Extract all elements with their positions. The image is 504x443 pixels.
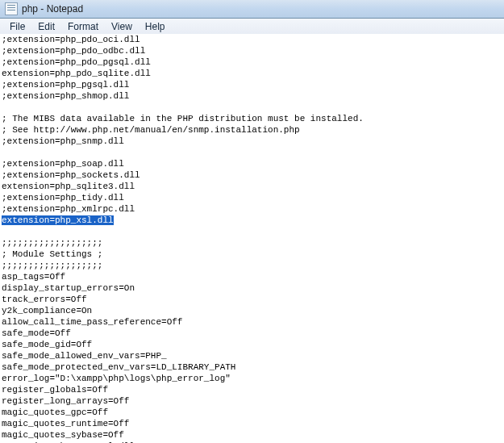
editor-line[interactable]: ;extension=php_pdo_odbc.dll — [2, 45, 502, 56]
editor-line[interactable]: ;extension=php_xmlrpc.dll — [2, 203, 502, 215]
editor-line[interactable]: magic_quotes_sybase=Off — [2, 429, 502, 441]
editor-line[interactable]: extension=php_sqlite3.dll — [2, 181, 502, 192]
editor-line[interactable]: safe_mode_protected_env_vars=LD_LIBRARY_… — [2, 362, 502, 373]
editor-line[interactable]: ;extension=php_snmp.dll — [2, 136, 502, 147]
editor-line[interactable]: allow_call_time_pass_reference=Off — [2, 316, 502, 328]
window-title: php - Notepad — [22, 3, 83, 15]
editor-line[interactable]: error_log="D:\xampp\php\logs\php_error_l… — [2, 373, 502, 384]
editor-line[interactable]: ; See http://www.php.net/manual/en/snmp.… — [2, 124, 502, 136]
menu-view[interactable]: View — [105, 20, 139, 33]
editor-line[interactable]: ;extension=php_soap.dll — [2, 158, 502, 169]
editor-line[interactable]: ;;;;;;;;;;;;;;;;;;; — [2, 237, 502, 249]
editor-line[interactable]: register_globals=Off — [2, 384, 502, 395]
menu-help[interactable]: Help — [139, 20, 172, 33]
editor-line[interactable]: safe_mode=Off — [2, 328, 502, 339]
menu-format[interactable]: Format — [61, 20, 105, 33]
editor-line[interactable]: ;extension=php_sockets.dll — [2, 169, 502, 181]
editor-line[interactable]: register_long_arrays=Off — [2, 395, 502, 407]
editor-line[interactable]: display_startup_errors=On — [2, 282, 502, 294]
editor-line-selected[interactable]: extension=php_xsl.dll — [2, 215, 502, 226]
editor-line[interactable]: extension=php_pdo_sqlite.dll — [2, 68, 502, 79]
editor-line[interactable] — [2, 226, 502, 237]
editor-line[interactable]: ;extension=php_pdo_oci.dll — [2, 34, 502, 45]
text-editor-area[interactable]: ;extension=php_pdo_oci.dll;extension=php… — [0, 34, 504, 443]
menubar: File Edit Format View Help — [0, 19, 504, 35]
window-titlebar[interactable]: php - Notepad — [0, 0, 504, 19]
editor-line[interactable]: asp_tags=Off — [2, 271, 502, 282]
editor-line[interactable]: ; Module Settings ; — [2, 249, 502, 260]
menu-edit[interactable]: Edit — [31, 20, 61, 33]
editor-line[interactable]: ;extension=php_pgsql.dll — [2, 79, 502, 90]
editor-line[interactable]: ;;;;;;;;;;;;;;;;;;; — [2, 260, 502, 271]
editor-line[interactable]: magic_quotes_runtime=Off — [2, 418, 502, 429]
editor-line[interactable]: ;extension=php_pdo_pgsql.dll — [2, 56, 502, 68]
editor-line[interactable]: magic_quotes_gpc=Off — [2, 407, 502, 418]
editor-line[interactable]: ;extension=php_tidy.dll — [2, 192, 502, 203]
editor-line[interactable]: ; The MIBS data available in the PHP dis… — [2, 113, 502, 124]
editor-line[interactable]: safe_mode_allowed_env_vars=PHP_ — [2, 350, 502, 362]
editor-line[interactable] — [2, 102, 502, 113]
editor-line[interactable] — [2, 147, 502, 158]
notepad-icon — [5, 2, 18, 15]
editor-line[interactable]: y2k_compliance=On — [2, 305, 502, 316]
editor-line[interactable]: safe_mode_gid=Off — [2, 339, 502, 350]
editor-line[interactable]: track_errors=Off — [2, 294, 502, 305]
menu-file[interactable]: File — [3, 20, 31, 33]
editor-line[interactable]: ;extension=php_shmop.dll — [2, 90, 502, 102]
